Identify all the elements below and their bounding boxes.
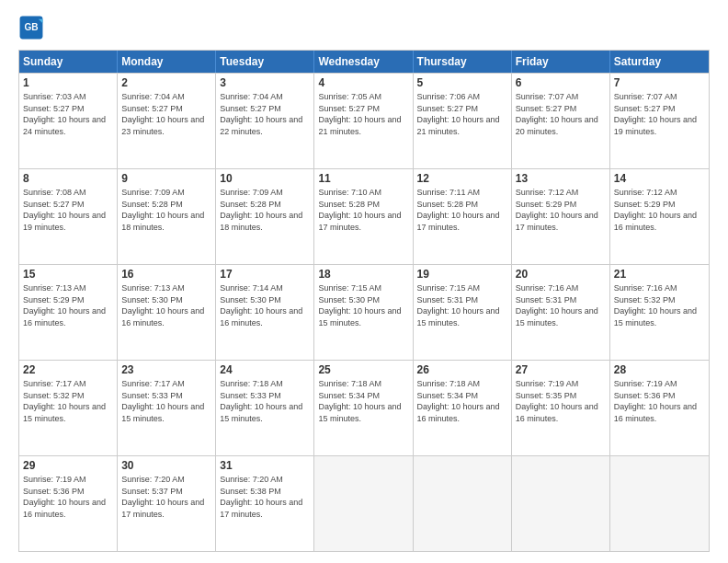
svg-text:GB: GB: [24, 22, 38, 32]
day-number: 23: [121, 363, 211, 376]
page: GB SundayMondayTuesdayWednesdayThursdayF…: [0, 0, 728, 563]
day-number: 5: [417, 76, 507, 89]
day-info: Sunrise: 7:19 AMSunset: 5:35 PMDaylight:…: [516, 378, 606, 424]
day-cell-26: 26Sunrise: 7:18 AMSunset: 5:34 PMDayligh…: [414, 361, 512, 455]
header-day-tuesday: Tuesday: [216, 51, 314, 73]
week-row-1: 1Sunrise: 7:03 AMSunset: 5:27 PMDaylight…: [19, 73, 709, 168]
day-number: 6: [516, 76, 606, 89]
day-info: Sunrise: 7:20 AMSunset: 5:37 PMDaylight:…: [121, 474, 211, 520]
day-number: 10: [220, 172, 310, 185]
day-cell-14: 14Sunrise: 7:12 AMSunset: 5:29 PMDayligh…: [610, 169, 709, 264]
header-day-thursday: Thursday: [414, 51, 512, 73]
day-info: Sunrise: 7:13 AMSunset: 5:29 PMDaylight:…: [23, 282, 113, 328]
day-cell-20: 20Sunrise: 7:16 AMSunset: 5:31 PMDayligh…: [512, 265, 610, 360]
day-number: 30: [121, 459, 211, 472]
day-info: Sunrise: 7:18 AMSunset: 5:34 PMDaylight:…: [417, 378, 507, 424]
day-number: 27: [516, 363, 606, 376]
header-day-wednesday: Wednesday: [314, 51, 413, 73]
day-info: Sunrise: 7:11 AMSunset: 5:28 PMDaylight:…: [417, 187, 507, 233]
day-info: Sunrise: 7:14 AMSunset: 5:30 PMDaylight:…: [220, 282, 310, 328]
day-info: Sunrise: 7:19 AMSunset: 5:36 PMDaylight:…: [614, 378, 705, 424]
day-info: Sunrise: 7:20 AMSunset: 5:38 PMDaylight:…: [220, 474, 310, 520]
day-info: Sunrise: 7:07 AMSunset: 5:27 PMDaylight:…: [614, 91, 705, 137]
day-cell-12: 12Sunrise: 7:11 AMSunset: 5:28 PMDayligh…: [414, 169, 512, 264]
day-cell-31: 31Sunrise: 7:20 AMSunset: 5:38 PMDayligh…: [216, 456, 314, 551]
day-number: 26: [417, 363, 507, 376]
day-info: Sunrise: 7:06 AMSunset: 5:27 PMDaylight:…: [417, 91, 507, 137]
day-number: 19: [417, 268, 507, 281]
day-number: 18: [318, 268, 408, 281]
day-number: 24: [220, 363, 310, 376]
day-cell-27: 27Sunrise: 7:19 AMSunset: 5:35 PMDayligh…: [512, 361, 610, 455]
day-number: 16: [121, 268, 211, 281]
day-info: Sunrise: 7:18 AMSunset: 5:34 PMDaylight:…: [318, 378, 408, 424]
day-number: 9: [121, 172, 211, 185]
day-info: Sunrise: 7:16 AMSunset: 5:32 PMDaylight:…: [614, 282, 705, 328]
day-cell-15: 15Sunrise: 7:13 AMSunset: 5:29 PMDayligh…: [19, 265, 118, 360]
day-cell-30: 30Sunrise: 7:20 AMSunset: 5:37 PMDayligh…: [118, 456, 216, 551]
header-day-friday: Friday: [512, 51, 610, 73]
day-info: Sunrise: 7:05 AMSunset: 5:27 PMDaylight:…: [318, 91, 408, 137]
day-cell-1: 1Sunrise: 7:03 AMSunset: 5:27 PMDaylight…: [19, 74, 118, 168]
day-info: Sunrise: 7:10 AMSunset: 5:28 PMDaylight:…: [318, 187, 408, 233]
calendar-header: SundayMondayTuesdayWednesdayThursdayFrid…: [19, 51, 709, 73]
week-row-2: 8Sunrise: 7:08 AMSunset: 5:27 PMDaylight…: [19, 168, 709, 264]
empty-cell: [512, 456, 610, 551]
week-row-5: 29Sunrise: 7:19 AMSunset: 5:36 PMDayligh…: [19, 455, 709, 551]
day-info: Sunrise: 7:12 AMSunset: 5:29 PMDaylight:…: [614, 187, 705, 233]
day-cell-11: 11Sunrise: 7:10 AMSunset: 5:28 PMDayligh…: [314, 169, 413, 264]
day-cell-21: 21Sunrise: 7:16 AMSunset: 5:32 PMDayligh…: [610, 265, 709, 360]
day-cell-13: 13Sunrise: 7:12 AMSunset: 5:29 PMDayligh…: [512, 169, 610, 264]
header-day-monday: Monday: [118, 51, 216, 73]
day-info: Sunrise: 7:17 AMSunset: 5:33 PMDaylight:…: [121, 378, 211, 424]
day-number: 4: [318, 76, 408, 89]
day-cell-17: 17Sunrise: 7:14 AMSunset: 5:30 PMDayligh…: [216, 265, 314, 360]
day-info: Sunrise: 7:12 AMSunset: 5:29 PMDaylight:…: [516, 187, 606, 233]
day-cell-9: 9Sunrise: 7:09 AMSunset: 5:28 PMDaylight…: [118, 169, 216, 264]
day-number: 11: [318, 172, 408, 185]
day-info: Sunrise: 7:13 AMSunset: 5:30 PMDaylight:…: [121, 282, 211, 328]
day-info: Sunrise: 7:08 AMSunset: 5:27 PMDaylight:…: [23, 187, 113, 233]
day-number: 17: [220, 268, 310, 281]
day-cell-16: 16Sunrise: 7:13 AMSunset: 5:30 PMDayligh…: [118, 265, 216, 360]
day-info: Sunrise: 7:15 AMSunset: 5:30 PMDaylight:…: [318, 282, 408, 328]
calendar-body: 1Sunrise: 7:03 AMSunset: 5:27 PMDaylight…: [19, 73, 709, 551]
day-cell-28: 28Sunrise: 7:19 AMSunset: 5:36 PMDayligh…: [610, 361, 709, 455]
day-cell-5: 5Sunrise: 7:06 AMSunset: 5:27 PMDaylight…: [414, 74, 512, 168]
day-number: 7: [614, 76, 705, 89]
day-number: 15: [23, 268, 113, 281]
day-info: Sunrise: 7:03 AMSunset: 5:27 PMDaylight:…: [23, 91, 113, 137]
day-cell-25: 25Sunrise: 7:18 AMSunset: 5:34 PMDayligh…: [314, 361, 413, 455]
header-day-saturday: Saturday: [610, 51, 709, 73]
day-info: Sunrise: 7:09 AMSunset: 5:28 PMDaylight:…: [220, 187, 310, 233]
empty-cell: [314, 456, 413, 551]
header-day-sunday: Sunday: [19, 51, 118, 73]
day-cell-7: 7Sunrise: 7:07 AMSunset: 5:27 PMDaylight…: [610, 74, 709, 168]
day-cell-8: 8Sunrise: 7:08 AMSunset: 5:27 PMDaylight…: [19, 169, 118, 264]
day-info: Sunrise: 7:15 AMSunset: 5:31 PMDaylight:…: [417, 282, 507, 328]
logo-icon: GB: [18, 15, 44, 40]
day-number: 3: [220, 76, 310, 89]
header: GB: [18, 15, 710, 40]
day-info: Sunrise: 7:19 AMSunset: 5:36 PMDaylight:…: [23, 474, 113, 520]
day-number: 12: [417, 172, 507, 185]
week-row-4: 22Sunrise: 7:17 AMSunset: 5:32 PMDayligh…: [19, 360, 709, 455]
day-info: Sunrise: 7:04 AMSunset: 5:27 PMDaylight:…: [220, 91, 310, 137]
day-number: 2: [121, 76, 211, 89]
day-number: 28: [614, 363, 705, 376]
empty-cell: [610, 456, 709, 551]
day-info: Sunrise: 7:17 AMSunset: 5:32 PMDaylight:…: [23, 378, 113, 424]
day-info: Sunrise: 7:18 AMSunset: 5:33 PMDaylight:…: [220, 378, 310, 424]
day-cell-6: 6Sunrise: 7:07 AMSunset: 5:27 PMDaylight…: [512, 74, 610, 168]
day-cell-18: 18Sunrise: 7:15 AMSunset: 5:30 PMDayligh…: [314, 265, 413, 360]
day-number: 22: [23, 363, 113, 376]
day-cell-24: 24Sunrise: 7:18 AMSunset: 5:33 PMDayligh…: [216, 361, 314, 455]
day-number: 13: [516, 172, 606, 185]
calendar: SundayMondayTuesdayWednesdayThursdayFrid…: [18, 50, 710, 552]
day-info: Sunrise: 7:16 AMSunset: 5:31 PMDaylight:…: [516, 282, 606, 328]
day-cell-23: 23Sunrise: 7:17 AMSunset: 5:33 PMDayligh…: [118, 361, 216, 455]
day-info: Sunrise: 7:04 AMSunset: 5:27 PMDaylight:…: [121, 91, 211, 137]
day-number: 1: [23, 76, 113, 89]
day-cell-19: 19Sunrise: 7:15 AMSunset: 5:31 PMDayligh…: [414, 265, 512, 360]
day-info: Sunrise: 7:07 AMSunset: 5:27 PMDaylight:…: [516, 91, 606, 137]
